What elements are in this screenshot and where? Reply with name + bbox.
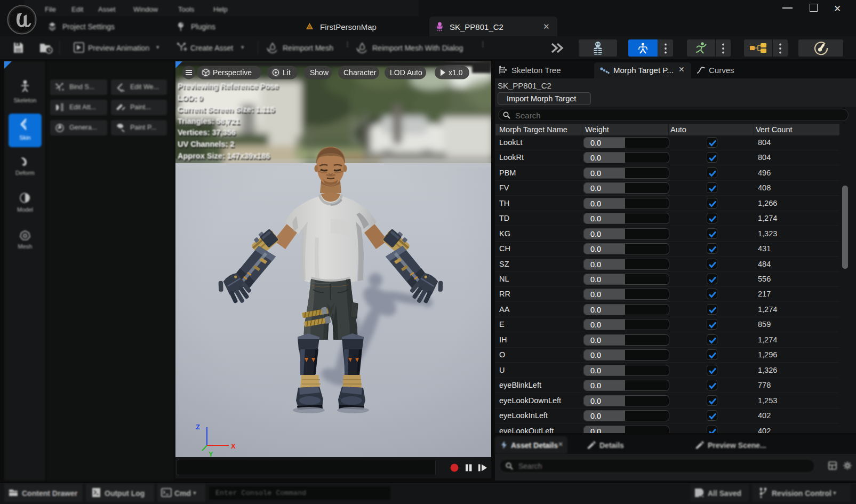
svg-text:x1.0: x1.0 — [449, 68, 463, 77]
svg-text:LOD Auto: LOD Auto — [390, 68, 422, 77]
svg-text:Lit: Lit — [283, 68, 291, 77]
svg-text:Vertices: 37,356: Vertices: 37,356 — [178, 128, 236, 137]
svg-text:Show: Show — [310, 68, 329, 77]
svg-text:Y: Y — [209, 450, 213, 457]
svg-text:Current Screen Size: 1.115: Current Screen Size: 1.115 — [178, 105, 275, 114]
svg-text:UV Channels: 2: UV Channels: 2 — [178, 140, 234, 148]
svg-text:LOD: 0: LOD: 0 — [178, 93, 203, 102]
svg-text:Character: Character — [343, 68, 377, 77]
svg-text:Z: Z — [196, 423, 200, 431]
svg-text:Triangles: 58,721: Triangles: 58,721 — [178, 117, 240, 125]
svg-text:Approx Size: 147x39x186: Approx Size: 147x39x186 — [178, 151, 270, 160]
svg-text:Perspective: Perspective — [213, 68, 252, 77]
svg-text:Previewing Reference Pose: Previewing Reference Pose — [178, 82, 278, 90]
svg-text:X: X — [231, 442, 236, 450]
